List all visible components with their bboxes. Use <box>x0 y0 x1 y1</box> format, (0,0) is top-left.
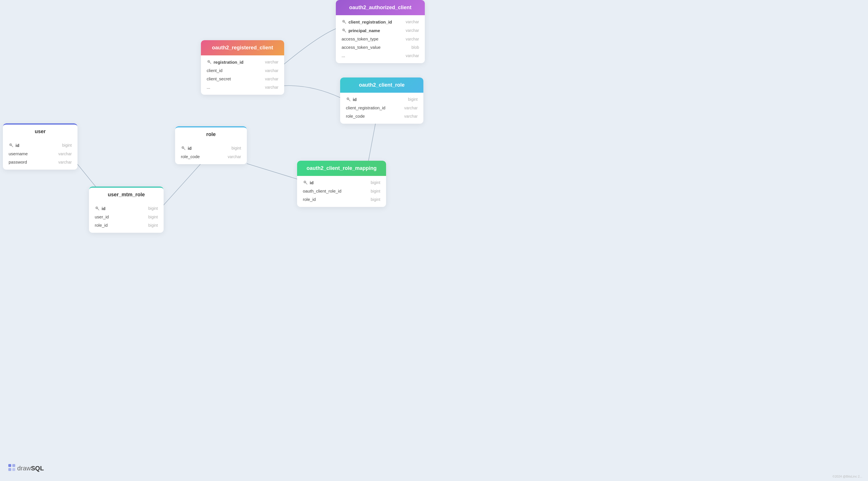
field-type: bigint <box>371 180 380 185</box>
field-type: varchar <box>58 160 72 164</box>
table-user-mtm-role-header: user_mtm_role <box>89 187 164 202</box>
svg-rect-29 <box>12 464 15 467</box>
table-oauth2-reg-body: registration_id varchar client_id varcha… <box>201 55 284 95</box>
table-oauth2-auth-title: oauth2_authorized_client <box>349 5 411 10</box>
svg-rect-31 <box>12 468 15 471</box>
field-type: varchar <box>406 28 419 33</box>
field-type: varchar <box>58 152 72 156</box>
table-oauth2-client-role-header: oauth2_client_role <box>340 77 423 93</box>
pk-icon <box>342 19 347 24</box>
table-oauth2-authorized-client[interactable]: oauth2_authorized_client client_registra… <box>336 0 425 63</box>
table-row: ... varchar <box>201 83 284 91</box>
field-id: id <box>95 206 145 211</box>
table-row: registration_id varchar <box>201 58 284 66</box>
table-row: username varchar <box>3 150 78 158</box>
field-type: varchar <box>265 85 278 90</box>
svg-rect-28 <box>8 464 11 467</box>
svg-line-3 <box>367 121 376 166</box>
table-oauth2-client-role-body: id bigint client_registration_id varchar… <box>340 93 423 124</box>
pk-icon <box>181 146 186 151</box>
table-row: ... varchar <box>336 52 425 60</box>
svg-point-24 <box>348 98 348 99</box>
svg-point-9 <box>183 147 183 148</box>
sql-text: SQL <box>31 464 44 472</box>
copyright: ©2024 @BitsLinc 2... <box>832 475 862 478</box>
svg-point-6 <box>10 145 11 145</box>
table-oauth2-mapping-header: oauth2_client_role_mapping <box>297 161 386 176</box>
table-row: client_secret varchar <box>201 75 284 83</box>
field-principal-name: principal_name <box>342 28 402 33</box>
pk-icon <box>9 142 14 148</box>
field-client-id: client_id <box>207 68 261 73</box>
table-oauth2-auth-header: oauth2_authorized_client <box>336 0 425 15</box>
table-oauth2-client-role-title: oauth2_client_role <box>359 82 404 88</box>
field-client-reg-id: client_registration_id <box>346 105 401 110</box>
field-username: username <box>9 151 55 156</box>
field-type: varchar <box>228 154 241 159</box>
field-type: bigint <box>408 97 417 102</box>
field-password: password <box>9 160 55 164</box>
field-role-code: role_code <box>346 114 401 119</box>
svg-line-8 <box>184 148 185 150</box>
table-row: client_id varchar <box>201 66 284 75</box>
field-user-id: user_id <box>95 214 145 219</box>
svg-point-15 <box>208 61 209 62</box>
svg-line-11 <box>98 209 99 210</box>
table-row: id bigint <box>340 95 423 104</box>
field-type: bigint <box>148 223 158 228</box>
pk-icon <box>342 28 347 33</box>
field-client-reg-id: client_registration_id <box>342 19 402 24</box>
drawsql-logo-text: drawSQL <box>17 464 44 472</box>
field-client-secret: client_secret <box>207 76 261 81</box>
table-role[interactable]: role id bigint role_code <box>175 126 247 164</box>
field-registration-id: registration_id <box>207 59 261 65</box>
field-type: varchar <box>406 37 419 41</box>
field-id: id <box>9 142 59 148</box>
table-user-mtm-role[interactable]: user_mtm_role id bigint user_id <box>89 187 164 233</box>
table-row: client_registration_id varchar <box>340 104 423 112</box>
svg-line-20 <box>344 31 346 32</box>
table-row: id bigint <box>89 204 164 213</box>
draw-text: draw <box>17 464 31 472</box>
table-oauth2-client-role[interactable]: oauth2_client_role id bigint cli <box>340 77 423 124</box>
drawsql-logo-icon <box>8 464 16 473</box>
table-oauth2-auth-body: client_registration_id varchar principal… <box>336 15 425 63</box>
table-row: id bigint <box>175 144 247 152</box>
table-row: id bigint <box>3 141 78 150</box>
field-type: varchar <box>265 76 278 81</box>
svg-point-27 <box>305 182 305 183</box>
table-role-body: id bigint role_code varchar <box>175 141 247 164</box>
table-user-mtm-role-title: user_mtm_role <box>107 192 145 197</box>
field-role-id: role_id <box>303 197 367 202</box>
table-oauth2-client-role-mapping[interactable]: oauth2_client_role_mapping id bigint <box>297 161 386 207</box>
table-user-body: id bigint username varchar password varc… <box>3 139 78 170</box>
table-oauth2-reg-header: oauth2_registered_client <box>201 40 284 55</box>
connectors <box>0 0 868 481</box>
table-user[interactable]: user id bigint username <box>3 123 78 170</box>
svg-line-5 <box>11 146 13 147</box>
table-row: role_id bigint <box>297 195 386 203</box>
field-type: blob <box>412 45 419 50</box>
table-row: role_id bigint <box>89 221 164 229</box>
field-type: bigint <box>371 197 380 202</box>
table-user-title: user <box>35 129 45 134</box>
table-role-header: role <box>175 126 247 141</box>
field-access-token-value: access_token_value <box>342 45 408 50</box>
table-oauth2-registered-client[interactable]: oauth2_registered_client registration_id… <box>201 40 284 95</box>
field-role-code: role_code <box>181 154 224 159</box>
table-row: password varchar <box>3 158 78 166</box>
field-type: bigint <box>148 206 158 211</box>
field-role-id: role_id <box>95 223 145 228</box>
table-user-header: user <box>3 123 78 139</box>
pk-icon <box>346 97 351 102</box>
table-row: principal_name varchar <box>336 26 425 35</box>
pk-icon <box>303 180 308 185</box>
svg-line-17 <box>344 22 346 24</box>
table-row: access_token_type varchar <box>336 35 425 43</box>
field-type: bigint <box>371 189 380 193</box>
table-row: id bigint <box>297 178 386 187</box>
table-row: oauth_client_role_id bigint <box>297 187 386 195</box>
table-oauth2-mapping-body: id bigint oauth_client_role_id bigint ro… <box>297 176 386 207</box>
table-row: role_code varchar <box>175 152 247 161</box>
drawsql-logo: drawSQL <box>8 464 44 473</box>
